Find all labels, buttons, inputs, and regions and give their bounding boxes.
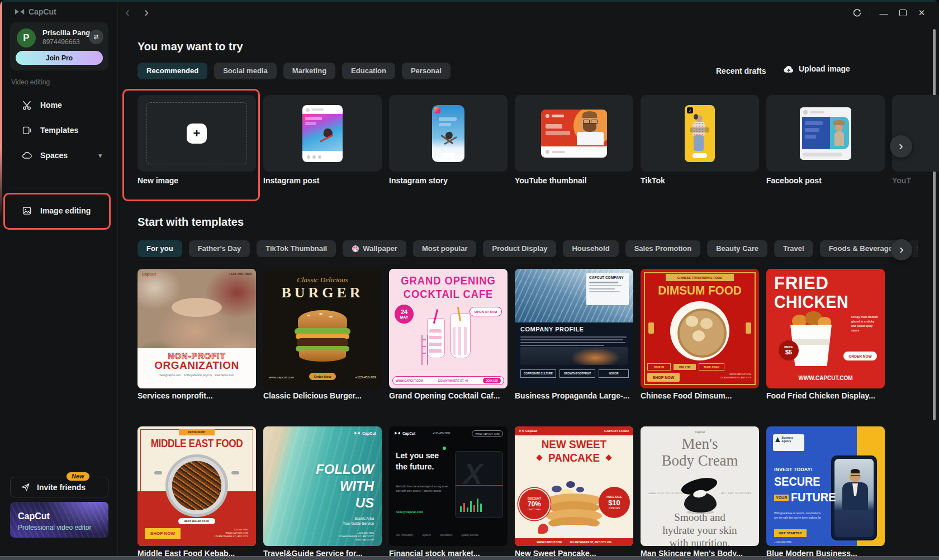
template-title[interactable]: Business Propaganda Large-...: [515, 391, 629, 400]
template-business-propaganda[interactable]: CAPCUT COMPANY COMPANY PROFILE CORPORATE…: [515, 269, 633, 388]
date-badge: 24 MAY: [395, 305, 414, 324]
card-label-youtube-thumbnail[interactable]: YouTube thumbnail: [515, 176, 587, 185]
card-label-instagram-story[interactable]: Instagram story: [389, 176, 448, 185]
refresh-button[interactable]: [847, 0, 866, 26]
card-label-new-image[interactable]: New image: [137, 176, 178, 185]
footer-boxes: CORPORATE CULTURE GROWTH FOOTPRINT HONOR: [520, 369, 629, 378]
instagram-post-thumbnail: [302, 105, 343, 162]
poster-title: FOLLOW WITH US: [316, 461, 374, 511]
card-label-instagram-post[interactable]: Instagram post: [263, 176, 319, 185]
recent-drafts-link[interactable]: Recent drafts: [716, 67, 766, 75]
youtube-thumbnail-card[interactable]: [515, 95, 633, 172]
avatar: P: [17, 29, 36, 48]
category-sales-promotion[interactable]: Sales Promotion: [625, 240, 701, 257]
maximize-icon: [899, 10, 907, 16]
template-title[interactable]: Services nonprofit...: [137, 391, 213, 400]
tab-personal[interactable]: Personal: [402, 63, 450, 79]
minimize-button[interactable]: —: [874, 0, 893, 26]
templates-section-heading: Start with templates: [137, 216, 244, 229]
capcut-logo-icon: [354, 431, 360, 435]
poster-footer: WWW.CAPCUT.COM 123 ANYWHERE ST, 45 JOIN …: [392, 376, 504, 385]
nav-forward-button[interactable]: ›: [144, 4, 149, 20]
template-title[interactable]: Grand Opening Cocktail Caf...: [389, 391, 500, 400]
sidebar-item-image-editing[interactable]: Image editing: [7, 200, 111, 221]
capcut-window: CapCut P Priscilla Pang 8974496663 Join …: [0, 0, 939, 560]
profile-name: Priscilla Pang: [42, 29, 90, 37]
categories-scroll-right-button[interactable]: ›: [891, 239, 912, 260]
nav-back-button[interactable]: ‹: [125, 4, 130, 20]
sidebar: CapCut P Priscilla Pang 8974496663 Join …: [0, 0, 118, 560]
category-fathers-day[interactable]: Father's Day: [189, 240, 250, 257]
template-fintech-future[interactable]: CapCut +123-456-7890 WWW. CAPCUT. COM Le…: [389, 426, 508, 546]
vertical-scrollbar[interactable]: [933, 29, 936, 420]
invite-friends-label: Invite friends: [37, 483, 86, 492]
presenter-face: [580, 114, 599, 133]
price-strip: DINE IN ONLY $8 TAKE AWAY: [647, 363, 724, 371]
template-travel-guide[interactable]: CapCut FOLLOW WITH US Scenic Area Your G…: [263, 426, 382, 546]
category-tiktok-thumbnail[interactable]: TikTok Thumbnail: [257, 240, 336, 257]
pancake-graphic: [543, 478, 605, 536]
capcut-promo-banner[interactable]: CapCut Professional video editor: [10, 502, 108, 538]
tab-marketing[interactable]: Marketing: [283, 63, 335, 79]
close-button[interactable]: ✕: [912, 0, 931, 26]
dashed-drop-area: [146, 102, 247, 164]
cards-scroll-right-button[interactable]: ›: [890, 135, 912, 158]
instagram-story-card[interactable]: [389, 95, 508, 172]
poster-footer: Our Philosophy System Operations Quality…: [396, 534, 478, 537]
tiktok-card[interactable]: ♪: [641, 95, 759, 172]
upload-image-button[interactable]: Upload image: [783, 64, 850, 73]
template-blue-business[interactable]: Business Agency INVEST TODAY! SECURE YOU…: [766, 426, 885, 546]
new-badge: New: [67, 472, 89, 481]
chevron-right-icon: ›: [899, 139, 903, 154]
category-beauty-care[interactable]: Beauty Care: [707, 240, 767, 257]
template-fried-chicken[interactable]: FRIED CHICKEN Crispy fried chicken glaze…: [766, 269, 885, 388]
facebook-post-card[interactable]: [766, 95, 885, 172]
chevron-right-icon: ›: [899, 243, 903, 257]
tab-education[interactable]: Education: [342, 63, 395, 79]
switch-account-button[interactable]: [89, 30, 103, 44]
sidebar-item-home[interactable]: Home: [7, 94, 111, 116]
invite-friends-button[interactable]: Invite friends New: [10, 477, 108, 497]
tab-recommended[interactable]: Recommended: [137, 63, 207, 79]
template-body-cream[interactable]: CapCut Men's Body Cream CARE FOR YOUR SK…: [641, 426, 759, 546]
category-wallpaper[interactable]: Wallpaper: [343, 240, 406, 257]
card-label-tiktok[interactable]: TikTok: [641, 176, 665, 185]
sidebar-item-spaces[interactable]: Spaces ▾: [7, 145, 111, 166]
sidebar-item-templates[interactable]: Templates: [7, 120, 111, 141]
card-label-facebook-post[interactable]: Facebook post: [766, 176, 822, 185]
template-title[interactable]: Classic Delicious Burger...: [263, 391, 362, 400]
category-most-popular[interactable]: Most popular: [413, 240, 477, 257]
facebook-post-thumbnail: [800, 107, 851, 160]
maximize-button[interactable]: [893, 0, 912, 26]
category-pills: For you Father's Day TikTok Thumbnail Wa…: [137, 240, 918, 257]
category-travel[interactable]: Travel: [774, 240, 813, 257]
category-household[interactable]: Household: [563, 240, 618, 257]
category-foods-beverage[interactable]: Foods & Beverage: [820, 240, 902, 257]
banner-title: CapCut: [18, 511, 50, 521]
template-cocktail-cafe[interactable]: GRAND OPENING COCKTAIL CAFE 24 MAY OPEN …: [389, 269, 508, 388]
template-burger[interactable]: Classic Delicious BURGER www.capcut.com …: [263, 269, 382, 388]
youtube-banner-card-partial[interactable]: [892, 95, 939, 172]
template-title[interactable]: Food Fried Chicken Display...: [766, 391, 875, 400]
tab-social-media[interactable]: Social media: [214, 63, 276, 79]
get-started-button: GET STARTED: [774, 529, 807, 537]
discount-badge: DISCOUNT 70% ONLY 2 MAY: [519, 489, 549, 519]
join-pro-button[interactable]: Join Pro: [16, 51, 103, 65]
category-for-you[interactable]: For you: [137, 240, 182, 257]
poster-title: COMPANY PROFILE: [520, 326, 584, 333]
chevron-down-icon[interactable]: ▾: [98, 152, 102, 159]
poster-title: ORGANIZATION: [137, 359, 256, 372]
instagram-icon: [434, 107, 440, 113]
instagram-post-card[interactable]: [263, 95, 382, 172]
window-left-edge-accent: [0, 0, 2, 218]
template-title[interactable]: Chinese Food Dimsum...: [641, 391, 732, 400]
template-services-nonprofit[interactable]: CapCut +123-456-7890 NON-PROFIT ORGANIZA…: [137, 269, 256, 388]
category-product-display[interactable]: Product Display: [483, 240, 556, 257]
template-pancake[interactable]: CapCut CAPCUT FOOD NEW SWEET PANCAKE DIS…: [515, 426, 633, 546]
cloud-icon: [22, 150, 32, 160]
template-middle-east-food[interactable]: RESTAURANT MIDDLE EAST FOOD BEST SELLER …: [137, 426, 256, 546]
kebab-pan-photo: [165, 454, 228, 517]
template-dimsum[interactable]: CHINESE TRADITIONAL FOOD DIMSUM FOOD DIN…: [641, 269, 759, 388]
new-image-card[interactable]: +: [137, 95, 256, 172]
sidebar-divider: [10, 188, 107, 188]
